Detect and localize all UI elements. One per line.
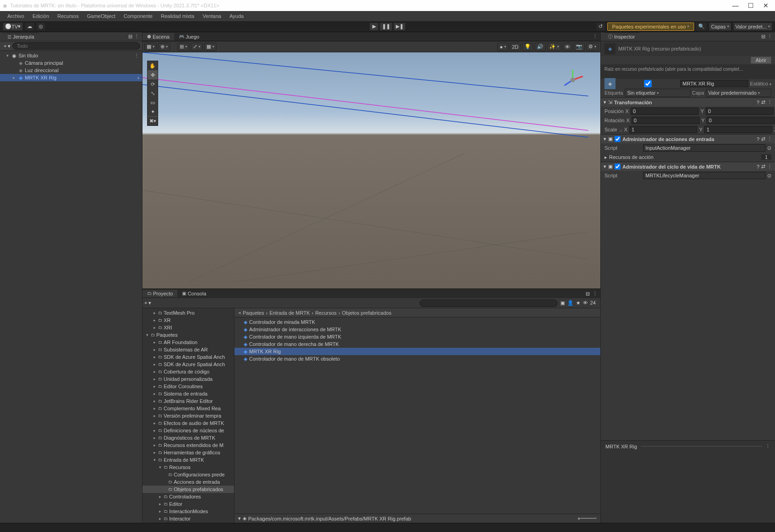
preview-menu-icon[interactable]: ⋮ bbox=[763, 443, 770, 449]
experimental-packages-button[interactable]: Paquetes experimentales en uso bbox=[607, 23, 694, 31]
folder-entrada-mrtk[interactable]: ▾🗀Entrada de MRTK bbox=[142, 456, 234, 464]
menu-archivo[interactable]: Archivo bbox=[4, 12, 28, 20]
2d-toggle[interactable]: 2D bbox=[510, 43, 521, 51]
move-tool[interactable]: ✥ bbox=[148, 70, 158, 79]
folder-item[interactable]: ▸🗀InteractionModes bbox=[142, 508, 234, 515]
scale-tool[interactable]: ⤡ bbox=[148, 89, 158, 98]
slider-handle[interactable]: ●━━━━━ bbox=[577, 515, 597, 521]
hidden-packages-icon[interactable]: 👁 bbox=[583, 300, 588, 306]
folder-package[interactable]: ▸🗀JetBrains Rider Editor bbox=[142, 397, 234, 405]
component-enabled-checkbox[interactable] bbox=[615, 136, 621, 142]
folder-package[interactable]: ▸🗀Cobertura de código bbox=[142, 368, 234, 375]
scene-tab[interactable]: ⬢ Escena bbox=[142, 33, 174, 40]
folder-xr[interactable]: ▸🗀XR bbox=[142, 317, 234, 324]
folder-package[interactable]: ▸🗀Subsistemas de AR bbox=[142, 346, 234, 353]
prefab-file[interactable]: ◈Controlador de mano derecha de MRTK bbox=[234, 340, 600, 348]
project-lock-icon[interactable]: ⊟ bbox=[586, 291, 590, 297]
hidden-toggle[interactable]: 👁 bbox=[563, 43, 572, 51]
help-icon[interactable]: ? bbox=[757, 136, 759, 142]
mrtk-lifecycle-header[interactable]: ▾▣ Administrador del ciclo de vida de MR… bbox=[601, 162, 775, 171]
layer-dropdown[interactable]: Valor predeterminado bbox=[706, 89, 771, 97]
hierarchy-item-camera[interactable]: ◈Cámara principal bbox=[0, 59, 142, 67]
pause-button[interactable]: ❚❚ bbox=[380, 23, 393, 31]
hierarchy-item-light[interactable]: ◈Luz direccional bbox=[0, 67, 142, 74]
folder-package[interactable]: ▸🗀Versión preliminar tempra bbox=[142, 412, 234, 419]
rect-tool[interactable]: ▭ bbox=[148, 98, 158, 107]
project-tab[interactable]: 🗀 Proyecto bbox=[142, 290, 177, 297]
audio-toggle[interactable]: 🔊 bbox=[535, 43, 546, 51]
menu-componente[interactable]: Componente bbox=[120, 12, 156, 20]
inspector-lock-icon[interactable]: ⊟ bbox=[761, 34, 765, 40]
favorite-icon[interactable]: ★ bbox=[576, 300, 581, 306]
rot-x[interactable] bbox=[632, 117, 700, 124]
pos-y[interactable] bbox=[706, 108, 774, 115]
folder-item[interactable]: ▸🗀Controladores bbox=[142, 493, 234, 500]
folder-package[interactable]: ▸🗀Sistema de entrada bbox=[142, 390, 234, 397]
component-menu-icon[interactable]: ⋮ bbox=[767, 164, 772, 170]
object-name-field[interactable] bbox=[680, 80, 748, 87]
preset-icon[interactable]: ⇄ bbox=[761, 164, 765, 170]
fx-toggle[interactable]: ✨ bbox=[547, 43, 561, 51]
folder-item[interactable]: ▸🗀Interactor bbox=[142, 515, 234, 522]
pos-x[interactable] bbox=[631, 108, 699, 115]
folder-package[interactable]: ▸🗀AR Foundation bbox=[142, 339, 234, 346]
hand-tool[interactable]: ✋ bbox=[148, 61, 158, 70]
prefab-file[interactable]: ◈Controlador de mirada MRTK bbox=[234, 318, 600, 326]
play-button[interactable]: ▶ bbox=[370, 23, 379, 31]
hierarchy-tab[interactable]: ☰ Jerarquía bbox=[3, 33, 39, 40]
prefab-file[interactable]: ◈Controlador de mano de MRTK obsoleto bbox=[234, 355, 600, 362]
component-enabled-checkbox[interactable] bbox=[615, 164, 621, 170]
project-search[interactable] bbox=[420, 300, 558, 307]
menu-ayuda[interactable]: Ayuda bbox=[226, 12, 247, 20]
constrain-icon[interactable]: ⟓ bbox=[619, 127, 622, 132]
console-tab[interactable]: ▣ Consola bbox=[177, 290, 211, 297]
component-menu-icon[interactable]: ⋮ bbox=[767, 99, 772, 105]
resources-label[interactable]: Recursos de acción bbox=[609, 154, 759, 160]
project-menu-icon[interactable]: ⋮ bbox=[593, 291, 598, 297]
breadcrumb-item[interactable]: Paquetes bbox=[243, 310, 264, 316]
folder-textmeshpro[interactable]: ▸🗀TextMesh Pro bbox=[142, 309, 234, 317]
folder-package[interactable]: ▸🗀Complemento Mixed Rea bbox=[142, 405, 234, 412]
services-button[interactable]: ◎ bbox=[36, 23, 46, 31]
grid-visual[interactable]: ▦ bbox=[204, 43, 217, 51]
preset-icon[interactable]: ⇄ bbox=[761, 136, 765, 142]
light-toggle[interactable]: 💡 bbox=[522, 43, 533, 51]
folder-package[interactable]: ▸🗀Definiciones de núcleos de bbox=[142, 427, 234, 434]
scale-x[interactable] bbox=[629, 126, 697, 133]
hierarchy-lock-icon[interactable]: ⊟ bbox=[128, 34, 132, 40]
shading-dropdown[interactable]: ● bbox=[497, 43, 508, 51]
component-menu-icon[interactable]: ⋮ bbox=[767, 136, 772, 142]
folder-prefabs[interactable]: 🗀Objetos prefabricados bbox=[142, 486, 234, 493]
folder-package[interactable]: ▸🗀Efectos de audio de MRTK bbox=[142, 419, 234, 427]
custom-tool[interactable]: ✖▾ bbox=[148, 116, 158, 125]
snap-increment[interactable]: ⤢ bbox=[191, 43, 203, 51]
help-icon[interactable]: ? bbox=[757, 164, 759, 170]
help-icon[interactable]: ? bbox=[757, 100, 759, 105]
static-dropdown[interactable]: Estático bbox=[750, 81, 771, 86]
folder-xri[interactable]: ▸🗀XRI bbox=[142, 324, 234, 331]
inspector-tab[interactable]: ⓘ Inspector bbox=[604, 32, 639, 41]
transform-header[interactable]: ▾⇲ Transformación ? ⇄ ⋮ bbox=[601, 97, 775, 107]
input-action-manager-header[interactable]: ▾▣ Administrador de acciones de entrada … bbox=[601, 134, 775, 143]
scene-root[interactable]: ▾◉ Sin título ⋮ bbox=[0, 52, 142, 59]
folder-paquetes[interactable]: ▾🗀Paquetes bbox=[142, 331, 234, 339]
draw-mode-dropdown[interactable]: ▦ bbox=[144, 43, 157, 51]
breadcrumb-item[interactable]: Objetos prefabricados bbox=[342, 310, 392, 316]
inspector-menu-icon[interactable]: ⋮ bbox=[767, 34, 772, 40]
folder-config[interactable]: 🗀Configuraciones prede bbox=[142, 471, 234, 478]
scene-menu-icon[interactable]: ⋮ bbox=[134, 53, 142, 59]
camera-toggle[interactable]: 📷 bbox=[574, 43, 585, 51]
undo-history-button[interactable]: ↺ bbox=[596, 23, 605, 31]
scene-tab-menu-icon[interactable]: ⋮ bbox=[593, 34, 600, 40]
folder-package[interactable]: ▸🗀Recursos extendidos de M bbox=[142, 441, 234, 449]
scene-view[interactable]: ✋ ✥ ⟳ ⤡ ▭ ✦ ✖▾ bbox=[142, 52, 600, 289]
folder-package[interactable]: ▸🗀SDK de Azure Spatial Anch bbox=[142, 353, 234, 361]
prefab-file[interactable]: ◈Controlador de mano izquierda de MRTK bbox=[234, 333, 600, 340]
object-active-checkbox[interactable] bbox=[617, 80, 678, 87]
layers-dropdown[interactable]: Capas bbox=[709, 23, 731, 31]
orientation-gizmo[interactable] bbox=[559, 66, 587, 94]
game-tab[interactable]: 🎮 Juego bbox=[174, 33, 204, 40]
hierarchy-search[interactable] bbox=[12, 42, 140, 50]
search-label-icon[interactable]: 👤 bbox=[567, 300, 574, 306]
coord-dropdown[interactable]: ⊕ bbox=[158, 43, 170, 51]
